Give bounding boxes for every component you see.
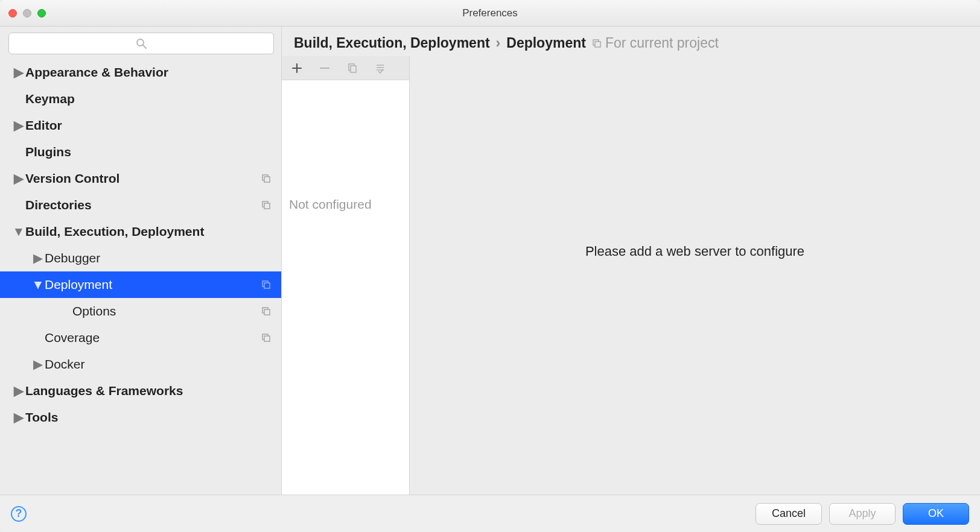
svg-rect-15	[351, 66, 356, 72]
chevron-right-icon: ▶	[12, 410, 25, 425]
sidebar-item-appearance-behavior[interactable]: ▶ Appearance & Behavior	[0, 59, 281, 86]
sidebar: ▶ Appearance & Behavior Keymap ▶ Editor …	[0, 27, 282, 495]
window-title: Preferences	[0, 7, 980, 19]
chevron-right-icon: ▶	[31, 251, 45, 265]
svg-rect-3	[264, 177, 270, 182]
server-detail-panel: Please add a web server to configure	[410, 56, 980, 495]
chevron-right-icon: ▶	[12, 171, 25, 186]
plus-icon	[291, 63, 302, 74]
copy-server-button[interactable]	[346, 62, 359, 75]
chevron-right-icon: ▶	[12, 65, 25, 80]
sidebar-item-label: Keymap	[25, 92, 273, 106]
add-server-button[interactable]	[290, 62, 304, 75]
titlebar: Preferences	[0, 0, 980, 27]
server-list-toolbar	[282, 56, 409, 80]
sidebar-item-languages-frameworks[interactable]: ▶ Languages & Frameworks	[0, 378, 281, 404]
sidebar-item-directories[interactable]: Directories	[0, 192, 281, 218]
check-list-icon	[375, 63, 386, 74]
sidebar-item-label: Deployment	[45, 277, 259, 292]
svg-rect-11	[264, 336, 270, 341]
project-scope-icon	[259, 280, 273, 290]
sidebar-item-label: Directories	[25, 198, 259, 212]
copy-icon	[347, 63, 358, 74]
project-scope-icon	[259, 333, 273, 343]
project-scope-icon	[259, 200, 273, 210]
breadcrumb-part-2: Deployment	[506, 35, 586, 51]
chevron-right-icon: ▶	[12, 384, 25, 398]
apply-button[interactable]: Apply	[829, 503, 896, 525]
sidebar-item-tools[interactable]: ▶ Tools	[0, 404, 281, 431]
sidebar-item-version-control[interactable]: ▶ Version Control	[0, 165, 281, 192]
preferences-window: Preferences ▶ Appearance & Behavior Keym…	[0, 0, 980, 532]
content: ▶ Appearance & Behavior Keymap ▶ Editor …	[0, 27, 980, 495]
cancel-button[interactable]: Cancel	[756, 503, 822, 525]
help-button[interactable]: ?	[11, 506, 27, 522]
project-scope-icon	[592, 39, 602, 48]
sidebar-item-label: Editor	[25, 118, 273, 133]
breadcrumb-part-1: Build, Execution, Deployment	[294, 35, 490, 51]
sidebar-item-label: Languages & Frameworks	[25, 384, 273, 398]
chevron-down-icon: ▼	[31, 277, 45, 292]
sidebar-item-deployment[interactable]: ▼ Deployment	[0, 271, 281, 298]
sidebar-item-keymap[interactable]: Keymap	[0, 86, 281, 112]
sidebar-item-label: Appearance & Behavior	[25, 65, 273, 80]
chevron-down-icon: ▼	[12, 224, 25, 239]
svg-rect-13	[595, 42, 600, 47]
main-panel: Build, Execution, Deployment › Deploymen…	[282, 27, 980, 495]
project-scope-icon	[259, 306, 273, 316]
search-input[interactable]	[8, 33, 274, 54]
sidebar-item-docker[interactable]: ▶ Docker	[0, 351, 281, 378]
breadcrumb-meta-text: For current project	[605, 35, 719, 51]
footer: ? Cancel Apply OK	[0, 495, 980, 532]
sidebar-item-editor[interactable]: ▶ Editor	[0, 112, 281, 139]
svg-point-0	[137, 39, 144, 46]
server-list-panel: Not configured	[282, 56, 410, 495]
breadcrumb-separator: ›	[496, 35, 501, 51]
sidebar-item-label: Tools	[25, 410, 273, 425]
ok-button[interactable]: OK	[903, 503, 969, 525]
server-list-empty-text: Not configured	[289, 87, 402, 212]
project-scope-icon	[259, 174, 273, 183]
svg-rect-5	[264, 203, 270, 209]
svg-line-1	[143, 45, 146, 48]
sidebar-item-label: Debugger	[45, 251, 273, 265]
sidebar-item-label: Coverage	[45, 331, 259, 345]
settings-tree: ▶ Appearance & Behavior Keymap ▶ Editor …	[0, 59, 281, 495]
main-body: Not configured Please add a web server t…	[282, 56, 980, 495]
sidebar-item-plugins[interactable]: Plugins	[0, 139, 281, 165]
search-wrap	[0, 27, 281, 59]
server-detail-empty-text: Please add a web server to configure	[585, 244, 804, 259]
search-icon	[135, 37, 147, 49]
sidebar-item-debugger[interactable]: ▶ Debugger	[0, 245, 281, 271]
breadcrumb-meta: For current project	[592, 35, 719, 51]
server-list: Not configured	[282, 80, 409, 495]
minus-icon	[319, 63, 330, 74]
sidebar-item-label: Version Control	[25, 171, 259, 186]
sidebar-item-label: Plugins	[25, 145, 273, 159]
sidebar-item-deployment-options[interactable]: Options	[0, 298, 281, 325]
sidebar-item-build-execution-deployment[interactable]: ▼ Build, Execution, Deployment	[0, 218, 281, 245]
sidebar-item-label: Options	[72, 304, 259, 318]
sidebar-item-label: Build, Execution, Deployment	[25, 224, 273, 239]
chevron-right-icon: ▶	[12, 118, 25, 133]
svg-rect-9	[264, 309, 270, 315]
breadcrumb: Build, Execution, Deployment › Deploymen…	[282, 27, 980, 56]
remove-server-button[interactable]	[318, 62, 331, 75]
svg-rect-7	[264, 283, 270, 288]
chevron-right-icon: ▶	[31, 357, 45, 372]
set-default-button[interactable]	[374, 62, 387, 75]
sidebar-item-label: Docker	[45, 357, 273, 372]
sidebar-item-coverage[interactable]: Coverage	[0, 325, 281, 351]
